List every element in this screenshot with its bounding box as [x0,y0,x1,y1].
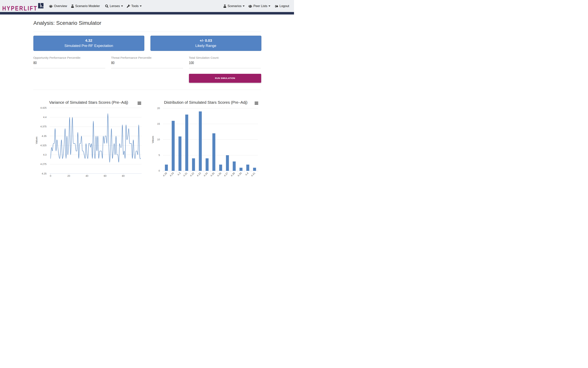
svg-text:20: 20 [157,107,160,110]
svg-text:4.33: 4.33 [196,172,202,177]
svg-text:Variance of Simulated Stars Sc: Variance of Simulated Stars Scores (Pre–… [49,100,128,104]
svg-text:80: 80 [122,175,125,177]
svg-text:Values: Values [35,137,38,144]
svg-text:60: 60 [104,175,106,177]
svg-text:40: 40 [86,175,88,177]
svg-text:4.275: 4.275 [40,163,46,166]
svg-text:4.3: 4.3 [177,172,181,176]
svg-text:4.36: 4.36 [216,172,222,177]
svg-text:10: 10 [157,138,160,141]
svg-text:5: 5 [159,154,160,156]
svg-text:4.325: 4.325 [40,144,46,147]
svg-text:4.28: 4.28 [162,172,168,177]
svg-text:0: 0 [159,169,160,172]
svg-text:4.3: 4.3 [43,153,46,156]
svg-text:4.4: 4.4 [43,116,46,119]
svg-text:Values: Values [151,136,154,143]
svg-text:4.29: 4.29 [169,172,175,177]
svg-text:4.39: 4.39 [237,172,242,177]
svg-text:0: 0 [50,175,51,177]
svg-text:4.425: 4.425 [40,106,46,109]
svg-text:20: 20 [67,175,70,177]
svg-text:4.31: 4.31 [183,172,188,177]
svg-text:4.35: 4.35 [42,135,46,138]
svg-text:4.4: 4.4 [245,172,249,176]
svg-text:15: 15 [157,122,160,125]
svg-text:4.32: 4.32 [189,172,195,177]
svg-text:4.35: 4.35 [210,172,215,177]
svg-text:4.38: 4.38 [230,172,236,177]
svg-text:4.375: 4.375 [40,125,46,128]
svg-text:4.41: 4.41 [250,172,256,177]
svg-text:4.34: 4.34 [203,172,208,177]
svg-text:4.25: 4.25 [42,172,46,175]
svg-text:4.37: 4.37 [223,172,229,177]
svg-text:Distribution of Simulated Star: Distribution of Simulated Stars Scores (… [164,100,248,104]
